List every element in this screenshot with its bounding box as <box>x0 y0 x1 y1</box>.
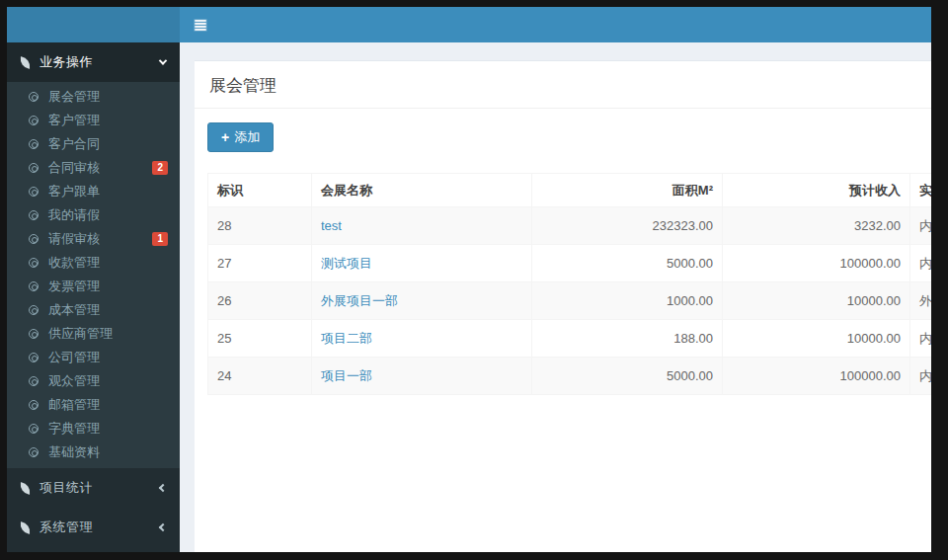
table-row: 28 test 232323.00 3232.00 内展项目 <box>208 207 932 245</box>
cell-income: 10000.00 <box>723 320 910 358</box>
cell-area: 5000.00 <box>532 358 723 395</box>
table-row: 27 测试项目 5000.00 100000.00 内展项目 <box>208 245 932 282</box>
bullseye-icon <box>29 210 39 220</box>
cell-id: 25 <box>208 320 312 358</box>
column-header-dept: 实施部门 <box>910 174 932 207</box>
cell-name: 测试项目 <box>312 245 532 282</box>
sidebar-item-exhibition-mgmt[interactable]: 展会管理 <box>7 85 180 109</box>
top-navbar <box>7 7 931 42</box>
cell-area: 5000.00 <box>532 245 723 282</box>
column-header-income: 预计收入 <box>723 174 910 207</box>
cell-income: 10000.00 <box>723 282 910 320</box>
cell-dept: 内展项目 <box>910 207 932 245</box>
cell-dept: 内展项目 <box>910 358 932 395</box>
chevron-left-icon <box>159 523 167 531</box>
bullseye-icon <box>29 447 39 457</box>
bullseye-icon <box>29 305 39 315</box>
sidebar-item-company-mgmt[interactable]: 公司管理 <box>7 346 180 369</box>
exhibition-link[interactable]: test <box>321 218 342 233</box>
sidebar-item-my-leave[interactable]: 我的请假 <box>7 203 180 227</box>
chevron-down-icon <box>159 56 167 64</box>
sidebar-section-label: 项目统计 <box>40 479 160 497</box>
sidebar-item-audience-mgmt[interactable]: 观众管理 <box>7 369 180 393</box>
add-button-label: 添加 <box>234 128 260 146</box>
sidebar-item-customer-follow[interactable]: 客户跟单 <box>7 180 180 203</box>
sidebar-section-label: 业务操作 <box>40 53 160 71</box>
sidebar-item-customer-contract[interactable]: 客户合同 <box>7 132 180 156</box>
cell-dept: 外展项目 <box>910 282 932 320</box>
table-row: 26 外展项目一部 1000.00 10000.00 外展项目 <box>208 282 932 320</box>
sidebar-section-business-ops[interactable]: 业务操作 <box>7 42 180 82</box>
cell-name: 项目一部 <box>312 358 532 395</box>
sidebar-item-leave-review[interactable]: 请假审核 1 <box>7 227 180 251</box>
navbar <box>180 7 931 42</box>
bullseye-icon <box>29 329 39 339</box>
sidebar-submenu: 展会管理 客户管理 客户合同 合同审核 2 客户跟单 <box>7 82 180 468</box>
exhibition-panel: 展会管理 + 添加 标识 会展名称 <box>195 60 931 552</box>
bullseye-icon <box>29 163 39 173</box>
cell-name: 外展项目一部 <box>312 282 532 320</box>
cell-dept: 内展项目 <box>910 245 932 282</box>
logo-area <box>7 7 180 42</box>
app-window: 业务操作 展会管理 客户管理 客户合同 合同审核 <box>7 7 931 552</box>
cell-income: 3232.00 <box>723 207 910 245</box>
table-row: 24 项目一部 5000.00 100000.00 内展项目 <box>208 358 932 395</box>
sidebar-item-dictionary-mgmt[interactable]: 字典管理 <box>7 417 180 440</box>
bullseye-icon <box>29 400 39 410</box>
cell-area: 188.00 <box>532 320 723 358</box>
hamburger-menu-icon[interactable] <box>194 19 207 32</box>
cell-income: 100000.00 <box>723 358 910 395</box>
cell-income: 100000.00 <box>723 245 910 282</box>
notification-badge: 1 <box>152 232 168 246</box>
sidebar-item-invoice-mgmt[interactable]: 发票管理 <box>7 275 180 298</box>
sidebar-section-project-stats[interactable]: 项目统计 <box>7 468 180 508</box>
bullseye-icon <box>29 139 39 149</box>
cell-dept: 内展项目 <box>910 320 932 358</box>
bullseye-icon <box>29 116 39 125</box>
bullseye-icon <box>29 92 39 102</box>
cell-id: 26 <box>208 282 312 320</box>
exhibition-link[interactable]: 外展项目一部 <box>321 293 398 308</box>
chevron-left-icon <box>159 484 167 492</box>
bullseye-icon <box>29 353 39 362</box>
leaf-icon <box>19 521 32 534</box>
sidebar: 业务操作 展会管理 客户管理 客户合同 合同审核 <box>7 42 180 552</box>
notification-badge: 2 <box>152 161 168 175</box>
bullseye-icon <box>29 187 39 197</box>
table-row: 25 项目二部 188.00 10000.00 内展项目 <box>208 320 932 358</box>
cell-name: 项目二部 <box>312 320 532 358</box>
page-title: 展会管理 <box>195 61 931 109</box>
sidebar-item-cost-mgmt[interactable]: 成本管理 <box>7 298 180 322</box>
leaf-icon <box>19 482 32 495</box>
column-header-name: 会展名称 <box>312 174 532 207</box>
plus-icon: + <box>221 131 229 144</box>
sidebar-item-supplier-mgmt[interactable]: 供应商管理 <box>7 322 180 346</box>
sidebar-item-mailbox-mgmt[interactable]: 邮箱管理 <box>7 393 180 417</box>
sidebar-item-customer-mgmt[interactable]: 客户管理 <box>7 109 180 132</box>
cell-area: 1000.00 <box>532 282 723 320</box>
add-button[interactable]: + 添加 <box>207 122 274 152</box>
bullseye-icon <box>29 234 39 244</box>
cell-id: 28 <box>208 207 312 245</box>
main-content: 展会管理 + 添加 标识 会展名称 <box>180 42 931 552</box>
sidebar-item-contract-review[interactable]: 合同审核 2 <box>7 156 180 180</box>
cell-id: 24 <box>208 358 312 395</box>
column-header-area: 面积M² <box>532 174 723 207</box>
exhibition-link[interactable]: 项目一部 <box>321 368 372 383</box>
cell-name: test <box>312 207 532 245</box>
bullseye-icon <box>29 258 39 268</box>
sidebar-item-basic-data[interactable]: 基础资料 <box>7 440 180 464</box>
exhibition-link[interactable]: 测试项目 <box>321 256 372 271</box>
exhibition-table: 标识 会展名称 面积M² 预计收入 实施部门 28 test 2 <box>207 173 931 395</box>
sidebar-section-system-mgmt[interactable]: 系统管理 <box>7 508 180 547</box>
exhibition-link[interactable]: 项目二部 <box>321 331 372 346</box>
bullseye-icon <box>29 281 39 291</box>
sidebar-item-payment-mgmt[interactable]: 收款管理 <box>7 251 180 275</box>
column-header-id: 标识 <box>208 174 312 207</box>
bullseye-icon <box>29 376 39 386</box>
sidebar-section-label: 系统管理 <box>40 519 160 536</box>
cell-id: 27 <box>208 245 312 282</box>
table-header-row: 标识 会展名称 面积M² 预计收入 实施部门 <box>208 174 932 207</box>
bullseye-icon <box>29 424 39 434</box>
leaf-icon <box>19 56 32 69</box>
